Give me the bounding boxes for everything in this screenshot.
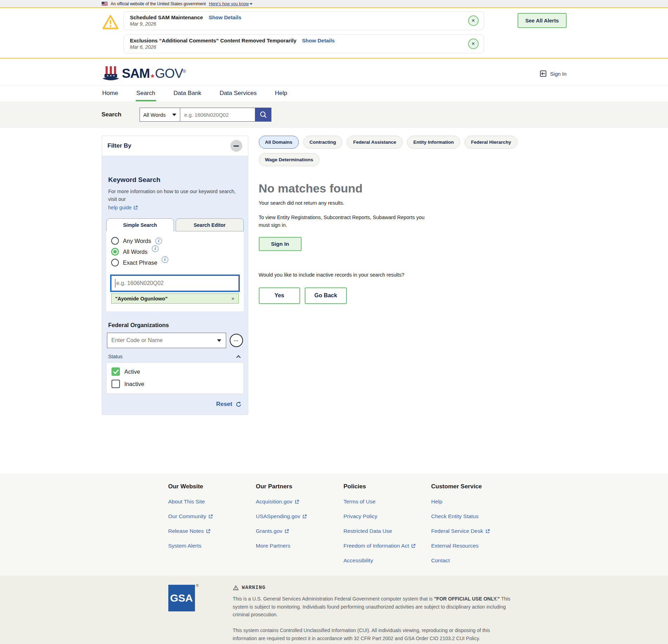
info-icon[interactable]: i (155, 238, 162, 244)
logo-registered-mark: ® (183, 69, 185, 74)
tab-simple-search[interactable]: Simple Search (106, 218, 174, 231)
footer-link-privacy-policy[interactable]: Privacy Policy (344, 513, 431, 520)
filter-collapse-button[interactable] (230, 140, 242, 152)
footer-link-restricted-data-use[interactable]: Restricted Data Use (344, 528, 431, 534)
sign-in-button[interactable]: Sign In (259, 237, 302, 251)
checkbox-inactive[interactable] (112, 380, 120, 388)
info-icon[interactable]: i (152, 245, 158, 252)
alert-show-details-link[interactable]: Show Details (302, 38, 335, 43)
domain-pill-federal-hierarchy[interactable]: Federal Hierarchy (465, 136, 517, 149)
footer-link-our-community[interactable]: Our Community (168, 513, 256, 520)
keyword-search-input[interactable] (111, 276, 239, 291)
nav-item-data-services[interactable]: Data Services (219, 86, 257, 101)
keyword-search-heading: Keyword Search (106, 176, 244, 184)
footer-column-title: Our Website (168, 483, 256, 490)
info-icon[interactable]: i (162, 256, 168, 263)
nav-item-help[interactable]: Help (274, 86, 288, 101)
radio-any-words[interactable] (111, 237, 119, 245)
warning-paragraph-1: This is a U.S. General Services Administ… (233, 595, 513, 619)
alert-title: Scheduled SAM Maintenance (130, 14, 203, 20)
nav-item-home[interactable]: Home (102, 86, 119, 101)
search-mode-value: All Words (143, 112, 166, 118)
alerts-section: Scheduled SAM Maintenance Show Details M… (0, 8, 668, 59)
footer-link-grants-gov[interactable]: Grants.gov (256, 528, 344, 534)
external-link-icon (133, 205, 138, 210)
footer-link-acquisition-gov[interactable]: Acquisition.gov (256, 499, 344, 505)
caret-down-icon (172, 114, 176, 116)
site-header: SAM★GOV® Sign In (0, 59, 668, 85)
footer-link-accessibility[interactable]: Accessibility (344, 557, 431, 564)
footer-link-terms-of-use[interactable]: Terms of Use (344, 499, 431, 505)
reset-link[interactable]: Reset (216, 401, 232, 408)
domain-pill-contracting[interactable]: Contracting (303, 136, 343, 149)
gov-banner: An official website of the United States… (0, 0, 668, 8)
footer-link-foia[interactable]: Freedom of Information Act (344, 543, 431, 549)
footer-link-external-resources[interactable]: External Resources (431, 543, 519, 549)
radio-exact-phrase-label: Exact Phrase (123, 259, 157, 266)
footer-link-usaspending-gov[interactable]: USASpending.gov (256, 513, 344, 520)
alert-title: Exclusions “Additional Comments” Content… (130, 38, 297, 43)
footer-column-our-website: Our Website About This Site Our Communit… (168, 483, 256, 564)
filter-panel-title: Filter By (108, 142, 131, 149)
warning-outline-icon (233, 585, 239, 590)
gsa-warning-section: GSA ® WARNING This is a U.S. General Ser… (0, 576, 668, 644)
search-submit-button[interactable] (255, 108, 271, 122)
footer-link-more-partners[interactable]: More Partners (256, 543, 344, 549)
caret-down-icon[interactable] (217, 339, 221, 342)
status-section-toggle[interactable]: Status (106, 354, 244, 359)
close-icon: × (472, 41, 475, 47)
checkbox-inactive-label: Inactive (124, 381, 144, 387)
warning-heading: WARNING (242, 585, 266, 590)
checkbox-active[interactable] (112, 367, 120, 376)
reset-filters[interactable]: Reset (106, 401, 244, 408)
chevron-down-icon (250, 3, 252, 5)
domain-pill-federal-assistance[interactable]: Federal Assistance (347, 136, 403, 149)
yes-button[interactable]: Yes (259, 287, 300, 304)
no-matches-subtitle: Your search did not return any results. (259, 200, 567, 206)
no-matches-title: No matches found (259, 182, 567, 195)
sign-in-note: To view Entity Registrations, Subcontrac… (259, 213, 434, 229)
alert-card: Exclusions “Additional Comments” Content… (123, 34, 484, 53)
main-content: Filter By Keyword Search For more inform… (0, 128, 668, 473)
radio-exact-phrase[interactable] (111, 259, 119, 266)
domain-pill-wage-determinations[interactable]: Wage Determinations (259, 153, 320, 166)
federal-orgs-heading: Federal Organizations (106, 322, 244, 328)
footer-link-check-entity-status[interactable]: Check Entity Status (431, 513, 519, 520)
gov-banner-expand-link[interactable]: Here's how you know (209, 1, 253, 6)
see-all-alerts-button[interactable]: See All Alerts (518, 13, 567, 28)
footer-link-federal-service-desk[interactable]: Federal Service Desk (431, 528, 519, 534)
alert-close-button[interactable]: × (468, 15, 479, 26)
footer-link-system-alerts[interactable]: System Alerts (168, 543, 256, 549)
alert-close-button[interactable]: × (468, 39, 479, 49)
chip-remove-icon[interactable]: × (231, 296, 235, 301)
domain-pill-all-domains[interactable]: All Domains (259, 136, 299, 149)
go-back-button[interactable]: Go Back (305, 287, 347, 304)
footer-link-contact[interactable]: Contact (431, 557, 519, 564)
sam-gov-logo[interactable]: SAM★GOV® (102, 66, 186, 82)
footer-link-release-notes[interactable]: Release Notes (168, 528, 256, 534)
search-input[interactable] (180, 108, 255, 122)
footer-column-title: Customer Service (431, 483, 519, 490)
domain-pill-entity-information[interactable]: Entity Information (407, 136, 460, 149)
more-options-button[interactable]: ... (230, 334, 243, 347)
keyword-chip: "Ayomide Ogunlowo" × (111, 293, 239, 304)
gsa-logo: GSA (168, 585, 195, 611)
help-guide-link[interactable]: help guide (108, 204, 138, 212)
external-link-icon (485, 529, 490, 534)
text-cursor (115, 279, 115, 287)
federal-orgs-input[interactable] (107, 333, 226, 348)
footer-link-help[interactable]: Help (431, 499, 519, 505)
alert-show-details-link[interactable]: Show Details (209, 14, 241, 20)
nav-item-search[interactable]: Search (136, 86, 156, 101)
search-mode-select[interactable]: All Words (140, 108, 180, 122)
tab-search-editor[interactable]: Search Editor (176, 218, 244, 231)
nav-item-data-bank[interactable]: Data Bank (173, 86, 202, 101)
main-nav: Home Search Data Bank Data Services Help (0, 85, 668, 101)
warning-triangle-icon (102, 14, 120, 30)
alert-date: Mar 6, 2026 (130, 44, 463, 50)
ellipsis-icon: ... (234, 337, 239, 342)
radio-all-words[interactable] (111, 248, 119, 256)
footer-link-about-this-site[interactable]: About This Site (168, 499, 256, 505)
sign-in-link[interactable]: Sign In (539, 70, 567, 77)
logo-star-icon: ★ (150, 73, 155, 79)
